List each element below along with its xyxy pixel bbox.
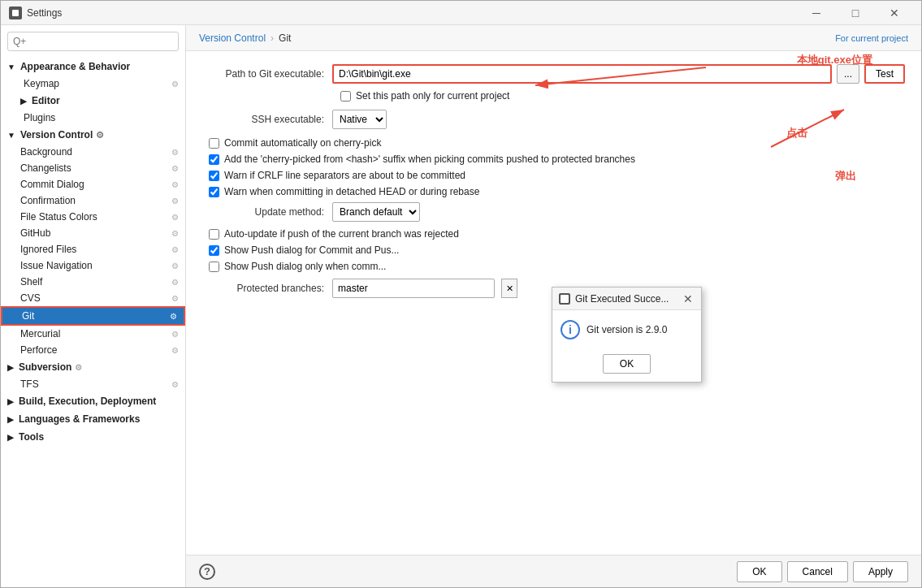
- search-box: [1, 25, 185, 58]
- dialog-message: Git version is 2.9.0: [587, 324, 667, 335]
- sidebar-item-background[interactable]: Background ⚙: [1, 144, 185, 160]
- sidebar-item-git[interactable]: Git ⚙: [1, 306, 185, 326]
- sidebar-item-cvs[interactable]: CVS ⚙: [1, 290, 185, 306]
- sidebar-item-ignored[interactable]: Ignored Files ⚙: [1, 241, 185, 257]
- checkbox-auto-update[interactable]: [209, 229, 219, 240]
- sidebar-item-build[interactable]: ▶ Build, Execution, Deployment: [1, 392, 185, 410]
- help-icon[interactable]: ?: [199, 564, 215, 580]
- settings-icon: ⚙: [171, 164, 179, 173]
- maximize-button[interactable]: □: [837, 1, 874, 25]
- settings-icon: ⚙: [171, 148, 179, 157]
- update-method-field: Branch default Merge Rebase: [332, 202, 905, 222]
- sidebar-item-confirmation[interactable]: Confirmation ⚙: [1, 192, 185, 209]
- chevron-icon-editor: ▶: [20, 97, 27, 106]
- checkbox-crlf-label: Warn if CRLF line separators are about t…: [224, 170, 465, 181]
- minimize-button[interactable]: ─: [798, 1, 835, 25]
- path-label: Path to Git executable:: [202, 68, 332, 80]
- dialog-ok-button[interactable]: OK: [603, 354, 651, 374]
- update-method-select[interactable]: Branch default Merge Rebase: [332, 202, 420, 222]
- sidebar: ▼ Appearance & Behavior Keymap ⚙ ▶ Edito…: [1, 25, 186, 587]
- chevron-icon-vcs: ▼: [7, 131, 15, 140]
- breadcrumb: Version Control › Git For current projec…: [186, 25, 921, 51]
- protected-input[interactable]: [332, 279, 495, 298]
- dialog-title-text: Git Executed Succe...: [559, 293, 669, 305]
- chevron-icon-sub: ▶: [7, 363, 14, 372]
- path-input[interactable]: [332, 64, 832, 84]
- apply-button[interactable]: Apply: [853, 561, 908, 582]
- checkbox-suffix[interactable]: [209, 154, 219, 165]
- svg-rect-0: [12, 10, 19, 16]
- checkbox-push-only[interactable]: [209, 262, 219, 272]
- breadcrumb-parent[interactable]: Version Control: [199, 32, 266, 44]
- settings-icon: ⚙: [171, 229, 179, 238]
- sidebar-item-github[interactable]: GitHub ⚙: [1, 225, 185, 241]
- settings-icon: ⚙: [171, 245, 179, 254]
- settings-icon: ⚙: [171, 330, 179, 339]
- checkbox-push-dialog-label: Show Push dialog for Commit and Pus...: [224, 244, 399, 256]
- sidebar-item-perforce[interactable]: Perforce ⚙: [1, 342, 185, 358]
- close-button[interactable]: ✕: [876, 1, 913, 25]
- checkbox-push-dialog[interactable]: [209, 245, 219, 256]
- chevron-icon-lang: ▶: [7, 415, 14, 424]
- sidebar-item-keymap[interactable]: Keymap ⚙: [1, 76, 185, 92]
- settings-icon: ⚙: [171, 213, 179, 222]
- dialog-close-button[interactable]: ✕: [682, 292, 695, 305]
- settings-window: Settings ─ □ ✕ ▼ Appearance & Behavior K…: [0, 0, 922, 588]
- path-row: Path to Git executable: ... Test: [202, 64, 905, 84]
- cancel-button[interactable]: Cancel: [787, 561, 848, 582]
- sidebar-item-vcs[interactable]: ▼ Version Control ⚙: [1, 126, 185, 144]
- title-bar: Settings ─ □ ✕: [1, 1, 921, 25]
- sidebar-item-subversion[interactable]: ▶ Subversion ⚙: [1, 358, 185, 376]
- breadcrumb-project-link[interactable]: For current project: [835, 33, 908, 43]
- update-method-label: Update method:: [202, 206, 332, 218]
- info-icon: i: [561, 320, 580, 339]
- settings-icon: ⚙: [171, 346, 179, 355]
- checkbox-push-only-row: Show Push dialog only when comm...: [202, 261, 905, 272]
- protected-clear-button[interactable]: ✕: [501, 279, 517, 298]
- dialog-app-icon: [559, 293, 570, 305]
- ssh-select[interactable]: Native Built-in: [332, 110, 387, 129]
- sidebar-item-changelists[interactable]: Changelists ⚙: [1, 160, 185, 176]
- sidebar-item-file-status[interactable]: File Status Colors ⚙: [1, 209, 185, 225]
- search-input[interactable]: [7, 32, 179, 51]
- sidebar-item-commit-dialog[interactable]: Commit Dialog ⚙: [1, 176, 185, 192]
- ssh-field: Native Built-in: [332, 110, 905, 129]
- sidebar-item-shelf[interactable]: Shelf ⚙: [1, 274, 185, 290]
- svg-rect-6: [561, 295, 569, 303]
- checkbox-path[interactable]: [340, 91, 351, 102]
- path-field: ... Test: [332, 64, 905, 84]
- checkbox-path-label: Set this path only for current project: [356, 90, 509, 102]
- window-controls: ─ □ ✕: [798, 1, 913, 25]
- checkbox-crlf[interactable]: [209, 171, 219, 181]
- sidebar-item-tfs[interactable]: TFS ⚙: [1, 376, 185, 392]
- checkbox-crlf-row: Warn if CRLF line separators are about t…: [202, 170, 905, 181]
- checkbox-push-only-label: Show Push dialog only when comm...: [224, 261, 386, 272]
- sidebar-item-plugins[interactable]: Plugins: [1, 110, 185, 126]
- main-panel: Version Control › Git For current projec…: [186, 25, 921, 587]
- sidebar-item-tools[interactable]: ▶ Tools: [1, 428, 185, 446]
- settings-icon: ⚙: [170, 312, 177, 321]
- bottom-bar: ? OK Cancel Apply: [186, 555, 921, 587]
- breadcrumb-current: Git: [279, 32, 291, 44]
- browse-button[interactable]: ...: [837, 64, 859, 84]
- sidebar-item-editor[interactable]: ▶ Editor: [1, 92, 185, 110]
- checkbox-auto-update-row: Auto-update if push of the current branc…: [202, 228, 905, 240]
- title-bar-left: Settings: [9, 6, 62, 19]
- dialog-title: Git Executed Succe...: [575, 293, 669, 305]
- test-button[interactable]: Test: [864, 64, 905, 84]
- checkbox-detached[interactable]: [209, 187, 219, 197]
- sidebar-item-appearance[interactable]: ▼ Appearance & Behavior: [1, 58, 185, 76]
- ok-button[interactable]: OK: [737, 561, 781, 582]
- checkbox-cherry-pick[interactable]: [209, 138, 219, 149]
- ssh-label: SSH executable:: [202, 114, 332, 125]
- gear-icon: ⚙: [171, 80, 179, 89]
- settings-icon: ⚙: [171, 262, 179, 270]
- sidebar-item-languages[interactable]: ▶ Languages & Frameworks: [1, 410, 185, 428]
- checkbox-auto-update-label: Auto-update if push of the current branc…: [224, 228, 459, 240]
- checkbox-suffix-row: Add the 'cherry-picked from <hash>' suff…: [202, 153, 905, 165]
- dialog-body: i Git version is 2.9.0: [552, 310, 701, 349]
- sidebar-item-mercurial[interactable]: Mercurial ⚙: [1, 326, 185, 342]
- chevron-icon-build: ▶: [7, 397, 14, 406]
- settings-icon: ⚙: [171, 278, 179, 287]
- sidebar-item-issue-nav[interactable]: Issue Navigation ⚙: [1, 257, 185, 274]
